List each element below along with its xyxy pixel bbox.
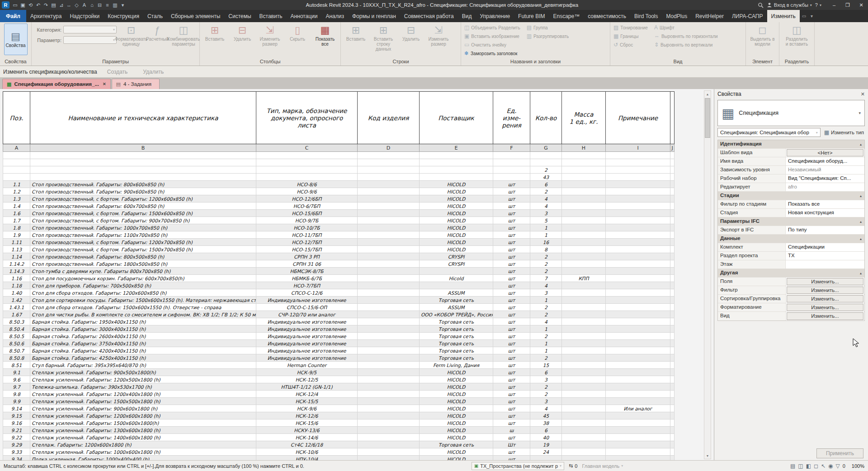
cell-quantity[interactable]: 1 <box>530 340 562 347</box>
cell-note[interactable] <box>606 318 670 325</box>
cell-note[interactable] <box>606 195 670 203</box>
cell-mass[interactable] <box>562 419 606 427</box>
cell-note[interactable] <box>606 369 670 376</box>
ribbon-tab[interactable]: ЛИРА-САПР <box>728 10 767 22</box>
cell-product-code[interactable] <box>358 419 420 427</box>
cell-type[interactable]: НСК-15/6 <box>256 419 358 427</box>
cell-type[interactable]: Индивидуальное изготовление <box>256 318 358 325</box>
cell-position[interactable]: 1.14.3 <box>3 268 30 275</box>
cell-type[interactable]: Индивидуальное изготовление <box>256 340 358 347</box>
cell-quantity[interactable]: 4 <box>530 203 562 210</box>
cell-position[interactable]: 8.51 <box>3 362 30 369</box>
cell-position[interactable]: 1.18 <box>3 282 30 289</box>
cell-supplier[interactable]: HICOLD <box>420 239 493 246</box>
cell-name[interactable]: Стол для чистки рыбы. В комплекте со сме… <box>30 311 256 318</box>
cell-extra[interactable] <box>670 217 675 224</box>
ribbon-tab[interactable]: Архитектура <box>26 10 66 22</box>
cell-extra[interactable] <box>670 282 675 289</box>
cell-position[interactable]: 1.43.1 <box>3 304 30 311</box>
cell-name[interactable]: Стол для сбора отходов. Габариты: 1500x6… <box>30 304 256 311</box>
cell-extra[interactable] <box>670 340 675 347</box>
apply-button[interactable]: Применить <box>816 448 863 458</box>
cell-position[interactable]: 9.33 <box>3 448 30 456</box>
cell-mass[interactable] <box>562 354 606 362</box>
cell-position[interactable]: 8.50.6 <box>3 340 30 347</box>
cell-unit[interactable]: шт <box>493 419 530 427</box>
properties-toggle-button[interactable]: ▤ Свойства <box>4 24 28 55</box>
cell-quantity[interactable]: 40 <box>530 434 562 441</box>
cell-note[interactable] <box>606 347 670 354</box>
property-value[interactable]: Независимый <box>786 166 864 174</box>
cell-position[interactable]: 8.50.7 <box>3 347 30 354</box>
cell-unit[interactable] <box>493 152 530 159</box>
cell-extra[interactable] <box>670 383 675 391</box>
cell-mass[interactable] <box>562 188 606 195</box>
cell-mass[interactable] <box>562 174 606 181</box>
cell-supplier[interactable]: HICOLD <box>420 376 493 383</box>
cell-product-code[interactable] <box>358 188 420 195</box>
thin-lines-icon[interactable]: ≡ <box>104 1 111 9</box>
cell-mass[interactable] <box>562 217 606 224</box>
cell-product-code[interactable] <box>358 210 420 217</box>
cell-extra[interactable] <box>670 354 675 362</box>
cell-unit[interactable]: шт <box>493 260 530 268</box>
ribbon-button[interactable]: ▨ Тонирование <box>612 24 649 32</box>
cell-type[interactable]: СПСО-С-12/6 <box>256 289 358 297</box>
cell-name[interactable]: Полка усиленная. Габариты: 1000x400x400 … <box>30 456 256 461</box>
cell-name[interactable]: Стол для сортировки посуды. Габариты: 15… <box>30 297 256 304</box>
cell-extra[interactable] <box>670 159 675 166</box>
cell-quantity[interactable]: 3 <box>530 376 562 383</box>
ribbon-tab[interactable]: Future BIM <box>514 10 549 22</box>
cell-product-code[interactable] <box>358 239 420 246</box>
column-letter[interactable]: B <box>30 144 256 152</box>
cell-quantity[interactable]: 4 <box>530 282 562 289</box>
cell-extra[interactable] <box>670 268 675 275</box>
cell-mass[interactable] <box>562 231 606 239</box>
cell-note[interactable] <box>606 456 670 461</box>
cell-product-code[interactable] <box>358 325 420 333</box>
cell-extra[interactable] <box>670 203 675 210</box>
cell-quantity[interactable]: 2 <box>530 260 562 268</box>
property-row[interactable]: Редактирует afro <box>718 183 864 192</box>
cell-position[interactable]: 9.1 <box>3 369 30 376</box>
cell-product-code[interactable] <box>358 362 420 369</box>
highlight-in-model-button[interactable]: ◻ Выделить в модели <box>750 24 776 47</box>
cell-quantity[interactable]: 3 <box>530 289 562 297</box>
cell-mass[interactable] <box>562 427 606 434</box>
close-tab-icon[interactable]: ✕ <box>102 82 106 86</box>
cell-position[interactable] <box>3 152 30 159</box>
cell-quantity[interactable]: 2 <box>530 383 562 391</box>
cell-type[interactable]: Ст4С 12/6/18 <box>256 441 358 448</box>
cell-note[interactable] <box>606 210 670 217</box>
cell-name[interactable] <box>30 166 256 174</box>
cell-mass[interactable] <box>562 398 606 405</box>
cell-note[interactable] <box>606 419 670 427</box>
ribbon-display-chevron-icon[interactable]: ▾ <box>808 10 815 22</box>
undo-icon[interactable]: ↶ <box>34 1 42 9</box>
cell-position[interactable]: 9.34 <box>3 456 30 461</box>
cell-note[interactable] <box>606 260 670 268</box>
cell-supplier[interactable] <box>420 166 493 174</box>
property-value[interactable]: Изменить... <box>787 278 863 285</box>
cell-product-code[interactable] <box>358 297 420 304</box>
cell-mass[interactable] <box>562 376 606 383</box>
cell-name[interactable]: Стеллаж усиленный. Габариты: 1300x600x18… <box>30 427 256 434</box>
cell-unit[interactable]: шт <box>493 456 530 461</box>
cell-note[interactable]: Или аналог <box>606 405 670 412</box>
cell-position[interactable]: 1.16 <box>3 275 30 282</box>
type-filter-dropdown[interactable]: Спецификация: Спецификация обор ▾ <box>717 128 821 137</box>
cell-note[interactable] <box>606 253 670 260</box>
ribbon-tab[interactable]: Сталь <box>143 10 167 22</box>
cell-supplier[interactable] <box>420 174 493 181</box>
cell-type[interactable]: НТШ4Т-1/12 (GN-1/1) <box>256 383 358 391</box>
cell-extra[interactable] <box>670 333 675 340</box>
cell-mass[interactable] <box>562 405 606 412</box>
cell-product-code[interactable] <box>358 282 420 289</box>
press-drag-icon[interactable]: ↖ <box>821 463 826 469</box>
cell-type[interactable]: СРПН 31 06 <box>256 260 358 268</box>
cell-position[interactable] <box>3 166 30 174</box>
cell-type[interactable]: НСК-10/6 <box>256 448 358 456</box>
cell-name[interactable]: Стол производственный. Габариты: 600x700… <box>30 203 256 210</box>
cell-extra[interactable] <box>670 419 675 427</box>
ribbon-button[interactable]: ▯ Скрыть <box>284 24 311 42</box>
